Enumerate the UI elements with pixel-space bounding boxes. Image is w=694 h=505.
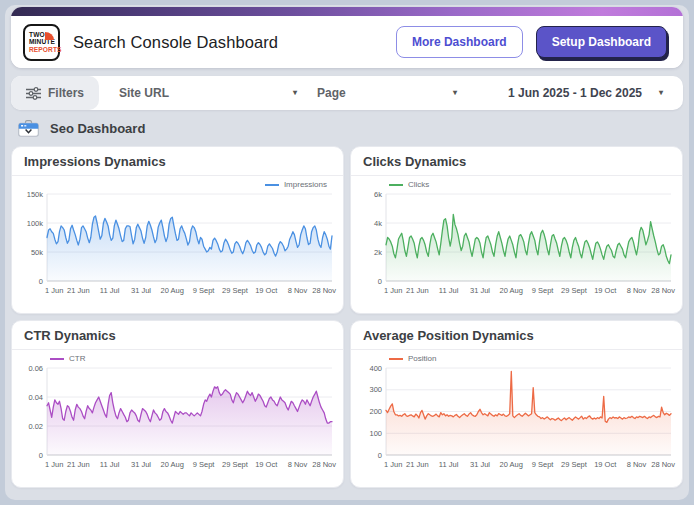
- svg-text:19 Oct: 19 Oct: [594, 460, 617, 469]
- svg-text:20 Aug: 20 Aug: [500, 460, 523, 469]
- chevron-down-icon: ▾: [659, 89, 663, 97]
- chart-card-ctr: CTR Dynamics CTR 00.020.040.061 Jun21 Ju…: [11, 320, 344, 488]
- svg-text:300: 300: [369, 385, 382, 394]
- logo-line-1: TWO: [29, 31, 45, 38]
- svg-text:100k: 100k: [27, 219, 44, 228]
- svg-text:21 Jun: 21 Jun: [406, 460, 429, 469]
- svg-text:9 Sept: 9 Sept: [193, 460, 216, 469]
- position-line-chart: 01002003004001 Jun21 Jun11 Jul31 Jul20 A…: [359, 353, 674, 485]
- legend-swatch: [389, 358, 403, 360]
- chart-legend: Position: [389, 354, 436, 363]
- logo-line-3: REPORTS: [29, 46, 62, 53]
- svg-text:8 Nov: 8 Nov: [627, 286, 647, 295]
- chart-title: Clicks Dynamics: [351, 147, 682, 176]
- header-gradient-bar: [11, 7, 683, 16]
- svg-text:150k: 150k: [27, 190, 44, 199]
- svg-text:50k: 50k: [31, 248, 43, 257]
- svg-text:0: 0: [39, 451, 43, 460]
- date-range-picker[interactable]: 1 Jun 2025 - 1 Dec 2025 ▾: [467, 86, 683, 100]
- legend-label: Clicks: [408, 180, 429, 189]
- page-dropdown[interactable]: Page ▾: [307, 86, 467, 100]
- date-range-value: 1 Jun 2025 - 1 Dec 2025: [508, 86, 642, 100]
- svg-text:4k: 4k: [374, 219, 382, 228]
- svg-text:0.02: 0.02: [28, 422, 43, 431]
- app-window: TWO MINUTE REPORTS Search Console Dashbo…: [5, 5, 689, 500]
- chart-title: Impressions Dynamics: [12, 147, 343, 176]
- svg-text:19 Oct: 19 Oct: [255, 286, 278, 295]
- svg-text:11 Jul: 11 Jul: [439, 460, 459, 469]
- svg-text:28 Nov: 28 Nov: [312, 286, 336, 295]
- chart-title: CTR Dynamics: [12, 321, 343, 350]
- svg-text:8 Nov: 8 Nov: [288, 460, 308, 469]
- chart-legend: Impressions: [265, 180, 327, 189]
- svg-text:200: 200: [369, 407, 382, 416]
- legend-swatch: [50, 358, 64, 360]
- chart-area: Impressions 050k100k150k1 Jun21 Jun11 Ju…: [12, 176, 343, 311]
- svg-text:21 Jun: 21 Jun: [406, 286, 429, 295]
- svg-text:20 Aug: 20 Aug: [161, 460, 184, 469]
- svg-text:1 Jun: 1 Jun: [45, 286, 63, 295]
- page-label: Page: [317, 86, 346, 100]
- svg-text:20 Aug: 20 Aug: [161, 286, 184, 295]
- filters-label: Filters: [48, 86, 84, 100]
- legend-swatch: [265, 184, 279, 186]
- svg-text:29 Sept: 29 Sept: [561, 286, 588, 295]
- svg-text:29 Sept: 29 Sept: [222, 286, 249, 295]
- site-url-dropdown[interactable]: Site URL ▾: [99, 86, 307, 100]
- svg-text:9 Sept: 9 Sept: [532, 286, 555, 295]
- svg-text:8 Nov: 8 Nov: [288, 286, 308, 295]
- chart-title: Average Position Dynamics: [351, 321, 682, 350]
- two-minute-reports-logo: TWO MINUTE REPORTS: [23, 24, 60, 61]
- svg-text:9 Sept: 9 Sept: [532, 460, 555, 469]
- svg-text:31 Jul: 31 Jul: [131, 286, 151, 295]
- header-bar: TWO MINUTE REPORTS Search Console Dashbo…: [11, 16, 683, 68]
- svg-text:19 Oct: 19 Oct: [255, 460, 278, 469]
- charts-grid: Impressions Dynamics Impressions 050k100…: [11, 146, 683, 488]
- svg-text:11 Jul: 11 Jul: [439, 286, 459, 295]
- clicks-line-chart: 02k4k6k1 Jun21 Jun11 Jul31 Jul20 Aug9 Se…: [359, 179, 674, 311]
- page-title: Search Console Dashboard: [73, 33, 278, 52]
- svg-text:1 Jun: 1 Jun: [384, 286, 402, 295]
- svg-text:28 Nov: 28 Nov: [651, 286, 675, 295]
- legend-swatch: [389, 184, 403, 186]
- svg-text:28 Nov: 28 Nov: [651, 460, 675, 469]
- svg-text:9 Sept: 9 Sept: [193, 286, 216, 295]
- chart-area: CTR 00.020.040.061 Jun21 Jun11 Jul31 Jul…: [12, 350, 343, 485]
- legend-label: Position: [408, 354, 436, 363]
- header-card: TWO MINUTE REPORTS Search Console Dashbo…: [11, 7, 683, 68]
- chart-legend: CTR: [50, 354, 85, 363]
- svg-text:31 Jul: 31 Jul: [470, 460, 490, 469]
- chart-card-impressions: Impressions Dynamics Impressions 050k100…: [11, 146, 344, 314]
- svg-text:1 Jun: 1 Jun: [45, 460, 63, 469]
- svg-text:11 Jul: 11 Jul: [100, 286, 120, 295]
- svg-text:0: 0: [39, 277, 43, 286]
- svg-text:6k: 6k: [374, 190, 382, 199]
- svg-text:21 Jun: 21 Jun: [67, 286, 90, 295]
- chart-area: Position 01002003004001 Jun21 Jun11 Jul3…: [351, 350, 682, 485]
- svg-text:100: 100: [369, 429, 382, 438]
- svg-text:21 Jun: 21 Jun: [67, 460, 90, 469]
- svg-text:31 Jul: 31 Jul: [470, 286, 490, 295]
- chart-card-clicks: Clicks Dynamics Clicks 02k4k6k1 Jun21 Ju…: [350, 146, 683, 314]
- svg-text:19 Oct: 19 Oct: [594, 286, 617, 295]
- chart-area: Clicks 02k4k6k1 Jun21 Jun11 Jul31 Jul20 …: [351, 176, 682, 311]
- more-dashboard-button[interactable]: More Dashboard: [396, 26, 523, 58]
- svg-text:400: 400: [369, 364, 382, 373]
- filter-bar: Filters Site URL ▾ Page ▾ 1 Jun 2025 - 1…: [11, 76, 683, 110]
- svg-text:0: 0: [378, 451, 382, 460]
- svg-text:0.06: 0.06: [28, 364, 43, 373]
- site-url-label: Site URL: [119, 86, 169, 100]
- filters-toggle[interactable]: Filters: [11, 76, 99, 110]
- svg-text:11 Jul: 11 Jul: [100, 460, 120, 469]
- chart-legend: Clicks: [389, 180, 429, 189]
- ctr-line-chart: 00.020.040.061 Jun21 Jun11 Jul31 Jul20 A…: [20, 353, 335, 485]
- legend-label: Impressions: [284, 180, 327, 189]
- briefcase-dashboard-icon: [18, 120, 39, 137]
- section-title: Seo Dashboard: [50, 121, 145, 136]
- svg-text:0: 0: [378, 277, 382, 286]
- chevron-down-icon: ▾: [453, 89, 457, 97]
- setup-dashboard-button[interactable]: Setup Dashboard: [536, 26, 667, 58]
- chart-card-position: Average Position Dynamics Position 01002…: [350, 320, 683, 488]
- impressions-line-chart: 050k100k150k1 Jun21 Jun11 Jul31 Jul20 Au…: [20, 179, 335, 311]
- svg-text:28 Nov: 28 Nov: [312, 460, 336, 469]
